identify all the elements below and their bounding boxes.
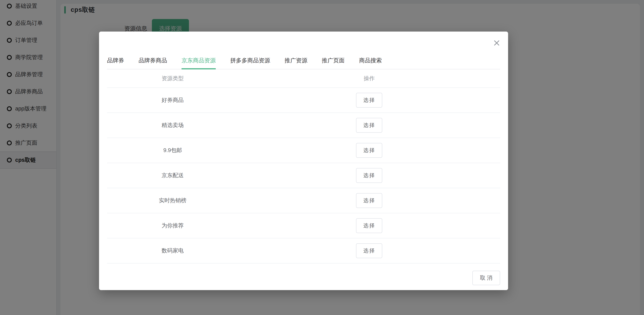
action-cell: 选择 bbox=[238, 118, 500, 133]
table-row: 为你推荐选择 bbox=[107, 213, 500, 238]
select-button[interactable]: 选择 bbox=[356, 193, 382, 208]
table-header-row: 资源类型 操作 bbox=[107, 70, 500, 88]
cancel-button[interactable]: 取 消 bbox=[472, 271, 500, 285]
action-cell: 选择 bbox=[238, 218, 500, 233]
select-button[interactable]: 选择 bbox=[356, 143, 382, 158]
resource-type-cell: 好券商品 bbox=[107, 96, 238, 104]
resource-type-cell: 数码家电 bbox=[107, 247, 238, 254]
dialog-tab[interactable]: 品牌券商品 bbox=[138, 57, 167, 69]
action-cell: 选择 bbox=[238, 193, 500, 208]
table-row: 京东配送选择 bbox=[107, 163, 500, 188]
table-row: 数码家电选择 bbox=[107, 238, 500, 264]
dialog-tab-bar: 品牌券品牌券商品京东商品资源拼多多商品资源推广资源推广页面商品搜索 bbox=[107, 57, 500, 70]
resource-type-cell: 实时热销榜 bbox=[107, 197, 238, 204]
action-cell: 选择 bbox=[238, 93, 500, 108]
action-cell: 选择 bbox=[238, 143, 500, 158]
table-row: 实时热销榜选择 bbox=[107, 188, 500, 213]
dialog-footer: 取 消 bbox=[107, 271, 500, 285]
action-cell: 选择 bbox=[238, 168, 500, 183]
resource-type-cell: 京东配送 bbox=[107, 172, 238, 179]
dialog-tab[interactable]: 推广页面 bbox=[322, 57, 344, 69]
table-row: 9.9包邮选择 bbox=[107, 138, 500, 163]
resource-type-cell: 9.9包邮 bbox=[107, 146, 238, 154]
select-button[interactable]: 选择 bbox=[356, 118, 382, 133]
resource-table: 资源类型 操作 好券商品选择精选卖场选择9.9包邮选择京东配送选择实时热销榜选择… bbox=[107, 70, 500, 264]
resource-select-dialog: 品牌券品牌券商品京东商品资源拼多多商品资源推广资源推广页面商品搜索 资源类型 操… bbox=[99, 32, 508, 290]
dialog-tab[interactable]: 拼多多商品资源 bbox=[230, 57, 270, 69]
column-header-resource-type: 资源类型 bbox=[107, 75, 238, 82]
dialog-tab[interactable]: 品牌券 bbox=[107, 57, 124, 69]
dialog-tab[interactable]: 京东商品资源 bbox=[182, 57, 216, 69]
column-header-action: 操作 bbox=[238, 75, 500, 82]
table-row: 精选卖场选择 bbox=[107, 113, 500, 138]
dialog-tab[interactable]: 商品搜索 bbox=[359, 57, 382, 69]
resource-type-cell: 精选卖场 bbox=[107, 122, 238, 129]
resource-type-cell: 为你推荐 bbox=[107, 222, 238, 230]
close-icon[interactable] bbox=[493, 39, 500, 47]
action-cell: 选择 bbox=[238, 243, 500, 258]
dialog-tab[interactable]: 推广资源 bbox=[284, 57, 307, 69]
select-button[interactable]: 选择 bbox=[356, 218, 382, 233]
table-row: 好券商品选择 bbox=[107, 88, 500, 113]
select-button[interactable]: 选择 bbox=[356, 168, 382, 183]
select-button[interactable]: 选择 bbox=[356, 93, 382, 108]
select-button[interactable]: 选择 bbox=[356, 243, 382, 258]
table-body: 好券商品选择精选卖场选择9.9包邮选择京东配送选择实时热销榜选择为你推荐选择数码… bbox=[107, 88, 500, 264]
